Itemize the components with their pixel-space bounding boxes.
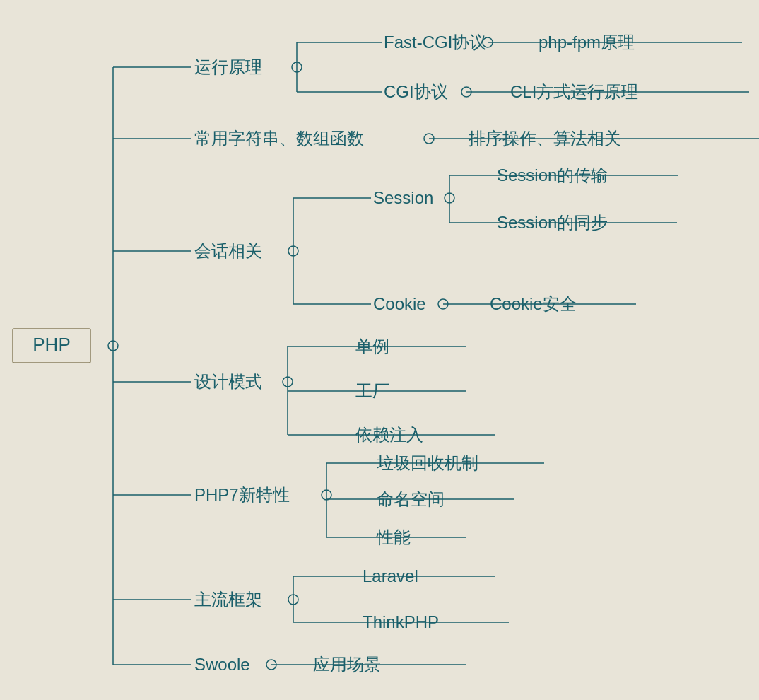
branch7-label: Swoole bbox=[194, 655, 250, 674]
branch3-label: 会话相关 bbox=[194, 241, 262, 260]
branch6-label: 主流框架 bbox=[194, 590, 262, 609]
branch2-label: 常用字符串、数组函数 bbox=[194, 129, 364, 148]
b1c1-label: Fast-CGI协议 bbox=[384, 33, 486, 52]
mindmap-diagram: PHP 运行原理 Fast-CGI协议 php-fpm原理 CGI协议 CLI方… bbox=[0, 0, 759, 700]
root-label: PHP bbox=[33, 334, 70, 355]
branch4-label: 设计模式 bbox=[194, 372, 262, 391]
branch5-label: PHP7新特性 bbox=[194, 485, 290, 504]
b1c2-label: CGI协议 bbox=[384, 82, 448, 101]
b3c2-label: Cookie bbox=[373, 294, 426, 313]
b3c1-label: Session bbox=[373, 188, 433, 207]
branch1-label: 运行原理 bbox=[194, 57, 262, 76]
